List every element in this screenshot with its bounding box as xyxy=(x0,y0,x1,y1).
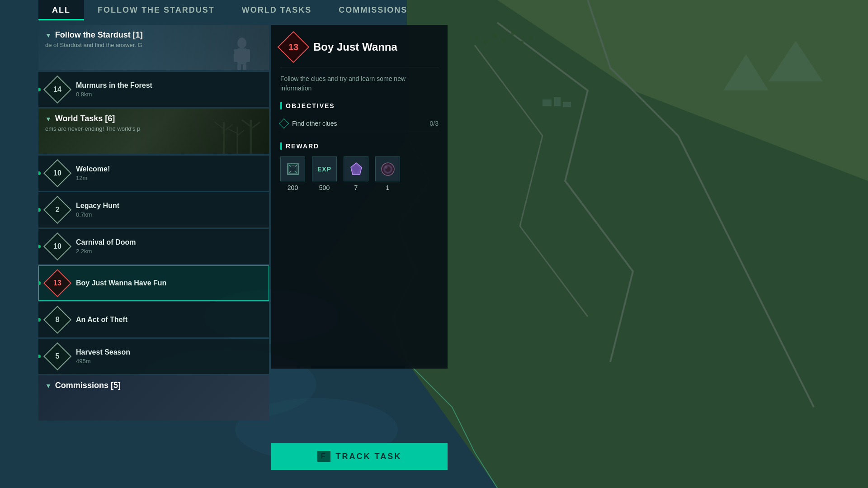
reward-gem-value: 7 xyxy=(354,184,358,191)
nav-tabs: ALL FOLLOW THE STARDUST WORLD TASKS COMM… xyxy=(38,0,421,20)
reward-label: REWARD xyxy=(280,142,439,150)
task-item-carnival[interactable]: 10 Carnival of Doom 2.2km xyxy=(38,229,269,264)
svg-rect-6 xyxy=(493,34,496,38)
rewards-row: 200 EXP 500 7 xyxy=(280,156,439,191)
reward-gem: 7 xyxy=(344,156,368,191)
objective-left: Find other clues xyxy=(280,120,337,127)
world-tasks-subtitle: ems are never-ending! The world's p xyxy=(45,125,262,132)
task-dot-boy-fun xyxy=(38,281,41,285)
task-badge-14: 14 xyxy=(46,78,69,101)
svg-line-34 xyxy=(295,164,298,167)
task-info-welcome: Welcome! 12m xyxy=(76,165,262,181)
svg-rect-21 xyxy=(243,64,246,70)
task-info-harvest: Harvest Season 495m xyxy=(76,348,262,365)
task-item-boy-fun[interactable]: 13 Boy Just Wanna Have Fun xyxy=(38,265,269,301)
world-tasks-section[interactable]: ▼ World Tasks [6] ems are never-ending! … xyxy=(38,109,269,154)
world-tasks-chevron: ▼ xyxy=(45,115,52,123)
reward-item-icon xyxy=(375,156,400,181)
task-info-legacy: Legacy Hunt 0.7km xyxy=(76,202,262,218)
reward-currency-value: 200 xyxy=(288,184,298,191)
detail-header: 13 Boy Just Wanna xyxy=(280,34,439,60)
task-badge-welcome: 10 xyxy=(46,161,69,185)
reward-currency: 200 xyxy=(280,156,305,191)
svg-rect-5 xyxy=(484,41,487,44)
task-info-boy-fun: Boy Just Wanna Have Fun xyxy=(76,279,262,287)
task-item-act-theft[interactable]: 8 An Act of Theft xyxy=(38,302,269,337)
task-badge-act-theft: 8 xyxy=(46,308,69,332)
commissions-chevron: ▼ xyxy=(45,382,52,389)
svg-rect-11 xyxy=(542,99,552,106)
task-dot xyxy=(38,88,41,91)
objective-icon xyxy=(279,118,289,129)
svg-line-36 xyxy=(295,171,298,175)
svg-rect-7 xyxy=(502,38,505,42)
svg-point-43 xyxy=(385,166,387,169)
tab-world-tasks[interactable]: WORLD TASKS xyxy=(228,0,326,20)
objective-count: 0/3 xyxy=(430,120,439,127)
svg-rect-8 xyxy=(511,32,514,35)
detail-description: Follow the clues and try and learn some … xyxy=(280,67,439,93)
task-dot-welcome xyxy=(38,171,41,175)
objective-item: Find other clues 0/3 xyxy=(280,116,439,131)
task-dot-act-theft xyxy=(38,318,41,322)
svg-rect-4 xyxy=(475,36,478,40)
task-badge-harvest: 5 xyxy=(46,345,69,368)
task-dot-legacy xyxy=(38,208,41,212)
commissions-title: Commissions [5] xyxy=(55,381,121,390)
reward-exp: EXP 500 xyxy=(312,156,337,191)
task-dot-carnival xyxy=(38,245,41,248)
commissions-section[interactable]: ▼ Commissions [5] xyxy=(38,375,269,421)
follow-stardust-title: Follow the Stardust [1] xyxy=(55,30,143,40)
reward-item: 1 xyxy=(375,156,400,191)
svg-rect-9 xyxy=(520,41,524,44)
detail-badge: 13 xyxy=(280,34,307,60)
task-item-murmurs-forest[interactable]: 14 Murmurs in the Forest 0.8km xyxy=(38,72,269,107)
task-info-carnival: Carnival of Doom 2.2km xyxy=(76,238,262,255)
task-badge-carnival: 10 xyxy=(46,235,69,258)
objectives-list: Find other clues 0/3 xyxy=(280,116,439,131)
svg-rect-12 xyxy=(554,97,561,106)
task-item-harvest[interactable]: 5 Harvest Season 495m xyxy=(38,339,269,374)
reward-exp-icon: EXP xyxy=(312,156,337,181)
svg-rect-20 xyxy=(237,64,241,70)
objective-text: Find other clues xyxy=(292,120,337,127)
task-item-welcome[interactable]: 10 Welcome! 12m xyxy=(38,156,269,191)
reward-item-value: 1 xyxy=(386,184,390,191)
track-task-button[interactable]: F TRACK TASK xyxy=(271,443,448,470)
tab-follow-stardust[interactable]: FOLLOW THE STARDUST xyxy=(84,0,228,20)
svg-rect-13 xyxy=(563,102,571,107)
follow-stardust-subtitle: de of Stardust and find the answer. G xyxy=(45,42,262,48)
reward-exp-value: 500 xyxy=(319,184,330,191)
svg-line-33 xyxy=(288,164,291,167)
detail-title: Boy Just Wanna xyxy=(313,41,397,53)
task-dot-harvest xyxy=(38,355,41,358)
reward-currency-icon xyxy=(280,156,305,181)
objectives-label: OBJECTIVES xyxy=(280,102,439,109)
task-badge-legacy: 2 xyxy=(46,198,69,222)
task-info-murmurs: Murmurs in the Forest 0.8km xyxy=(76,81,262,98)
detail-badge-number: 13 xyxy=(288,42,298,52)
svg-rect-10 xyxy=(529,36,533,40)
task-badge-boy-fun: 13 xyxy=(46,271,69,295)
track-key-indicator: F xyxy=(317,451,330,462)
tab-commissions[interactable]: COMMISSIONS xyxy=(325,0,421,20)
task-item-legacy-hunt[interactable]: 2 Legacy Hunt 0.7km xyxy=(38,192,269,227)
world-tasks-title: World Tasks [6] xyxy=(55,114,115,123)
task-info-act-theft: An Act of Theft xyxy=(76,316,262,324)
tab-all[interactable]: ALL xyxy=(38,0,84,20)
task-list-panel: ▼ Follow the Stardust [1] de of Stardust… xyxy=(38,25,269,488)
reward-gem-icon xyxy=(344,156,368,181)
task-detail-panel: 13 Boy Just Wanna Follow the clues and t… xyxy=(271,25,448,369)
follow-stardust-chevron: ▼ xyxy=(45,32,52,39)
svg-line-35 xyxy=(288,171,291,175)
track-task-label: TRACK TASK xyxy=(336,452,402,461)
follow-stardust-section[interactable]: ▼ Follow the Stardust [1] de of Stardust… xyxy=(38,25,269,70)
